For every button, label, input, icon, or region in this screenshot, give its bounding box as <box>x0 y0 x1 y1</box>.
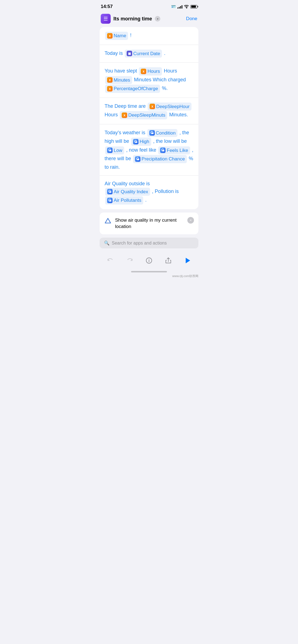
svg-marker-5 <box>186 258 190 263</box>
nav-title: Its morning time <box>113 16 152 22</box>
aqi-chip[interactable]: 🌤 Air Quality Index <box>105 188 150 196</box>
date-block: Today is ▦ Current Date . <box>100 45 198 63</box>
search-bar[interactable]: 🔍 Search for apps and actions <box>100 238 198 248</box>
feellike-comma: , <box>192 147 193 152</box>
high-chip[interactable]: 🌤 High <box>131 138 151 146</box>
percentage-chip[interactable]: x PercentageOfCharge <box>105 85 160 93</box>
var-label-low: Low <box>114 147 122 154</box>
torain-label: to rain. <box>105 164 120 170</box>
calendar-icon: ▦ <box>127 51 132 56</box>
var-icon-x: x <box>107 33 113 39</box>
play-button[interactable] <box>182 254 194 267</box>
play-icon <box>184 257 191 264</box>
undo-button[interactable] <box>104 254 116 267</box>
share-icon <box>165 257 172 264</box>
high-intro: high will be <box>105 138 131 144</box>
var-label-condition: Condition <box>156 130 176 137</box>
var-label-precip: Precipitation Chance <box>142 155 185 163</box>
condition-chip[interactable]: 🌤 Condition <box>147 129 178 137</box>
search-icon: 🔍 <box>104 240 110 246</box>
var-label-aqi: Air Quality Index <box>114 188 148 195</box>
bottom-toolbar <box>95 251 203 269</box>
done-button[interactable]: Done <box>186 16 197 22</box>
search-area: 🔍 Search for apps and actions <box>100 238 198 248</box>
var-label-name: Name <box>114 32 126 39</box>
undo-icon <box>107 257 114 264</box>
date-suffix: . <box>164 50 165 56</box>
var-label-dsh: DeepSleepHour <box>156 103 190 110</box>
feellike-intro: , now feel like <box>126 147 158 152</box>
status-icons: 🪪 <box>171 4 197 9</box>
sleep-block: You have slept x Hours Hours x Minutes M… <box>100 63 198 98</box>
low-intro: , the low will be <box>153 138 187 144</box>
minutes-chip[interactable]: x Minutes <box>105 76 132 84</box>
search-placeholder: Search for apps and actions <box>112 241 167 246</box>
home-bar <box>131 271 167 272</box>
deepsleep-intro: The Deep time are <box>105 103 147 109</box>
deepsleep-block: The Deep time are x DeepSleepHour Hours … <box>100 98 198 124</box>
aqi-icon: 🌤 <box>107 189 113 194</box>
precip-intro: there will be <box>105 156 132 161</box>
suggestion-close-button[interactable]: × <box>187 217 194 224</box>
airquality-intro: Air Quality outside is <box>105 181 150 186</box>
deepsleep-hours-label: Hours <box>105 112 119 117</box>
airpollutants-chip[interactable]: 🌤 Air Pollutants <box>105 196 143 205</box>
weather-low-icon: 🌤 <box>107 147 113 153</box>
weather-feellike-icon: 🌤 <box>160 147 166 153</box>
weather-condition-icon: 🌤 <box>149 130 155 136</box>
suggestion-box: Show air quality in my current location … <box>100 213 198 235</box>
airquality-block: Air Quality outside is 🌤 Air Quality Ind… <box>100 176 198 209</box>
wifi-icon <box>184 5 189 9</box>
var-label-high: High <box>140 138 149 145</box>
info-icon <box>145 257 153 264</box>
var-label-date: Current Date <box>133 50 160 57</box>
deepsleepminuts-chip[interactable]: x DeepSleepMinuts <box>120 111 167 119</box>
suggestion-text: Show air quality in my current location <box>115 217 184 230</box>
chevron-down-icon[interactable]: ▾ <box>155 16 160 22</box>
airpollutants-suffix: . <box>145 197 147 203</box>
hours-chip[interactable]: x Hours <box>139 67 162 76</box>
var-icon-dsh: x <box>150 104 155 109</box>
low-chip[interactable]: 🌤 Low <box>105 146 124 155</box>
weather-comma1: , the <box>179 130 189 135</box>
var-label-pct: PercentageOfCharge <box>114 85 158 92</box>
var-label-minutes: Minutes <box>114 77 130 84</box>
feellike-chip[interactable]: 🌤 Feels Like <box>158 146 190 155</box>
var-label-airpollutants: Air Pollutants <box>114 197 141 204</box>
content-area: x Name ! Today is ▦ Current Date . You h… <box>100 27 198 209</box>
var-icon-hours: x <box>141 69 146 74</box>
person-icon: 🪪 <box>171 4 176 9</box>
deepsleepmhour-chip[interactable]: x DeepSleepHour <box>148 103 191 111</box>
signal-icon <box>177 5 182 9</box>
sleep-intro: You have slept <box>105 68 138 74</box>
status-time: 14:57 <box>101 4 113 9</box>
name-block: x Name ! <box>100 27 198 45</box>
share-button[interactable] <box>162 254 174 267</box>
pollution-intro: , Pollution is <box>152 188 179 194</box>
name-chip[interactable]: x Name <box>105 32 128 40</box>
svg-marker-0 <box>105 218 111 223</box>
weather-precip-icon: 🌤 <box>135 156 140 162</box>
redo-button[interactable] <box>124 254 136 267</box>
info-button[interactable] <box>143 254 155 267</box>
weather-high-icon: 🌤 <box>133 139 139 144</box>
battery-icon <box>190 5 197 9</box>
var-icon-dsm: x <box>122 112 127 118</box>
var-icon-pct: x <box>107 86 113 92</box>
weather-block: Today's weather is 🌤 Condition , the hig… <box>100 124 198 176</box>
watermark: www.rjtj.com软荐网 <box>95 273 203 279</box>
airpollutants-icon: 🌤 <box>107 198 113 203</box>
var-label-dsm: DeepSleepMinuts <box>128 112 165 119</box>
var-label-hours: Hours <box>147 68 160 75</box>
precip-chip[interactable]: 🌤 Precipitation Chance <box>133 155 187 163</box>
app-icon: ☰ <box>101 14 111 24</box>
home-indicator <box>95 269 203 273</box>
minutes-which-charged: Minutes Which charged <box>134 77 186 82</box>
nav-title-area: ☰ Its morning time ▾ <box>101 14 160 24</box>
suggestion-icon <box>104 217 112 225</box>
svg-point-3 <box>149 259 149 259</box>
current-date-chip[interactable]: ▦ Current Date <box>125 50 162 58</box>
weather-intro: Today's weather is <box>105 130 147 135</box>
precip-suffix: % <box>189 156 193 161</box>
nav-bar: ☰ Its morning time ▾ Done <box>95 12 203 27</box>
